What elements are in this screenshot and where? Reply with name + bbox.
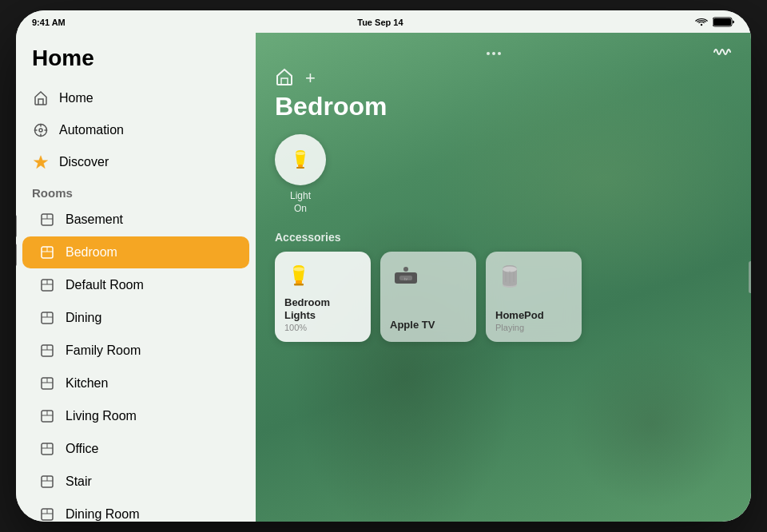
room-item-office[interactable]: Office (22, 433, 249, 465)
panel-add-button[interactable]: + (305, 68, 316, 89)
light-label: Light On (290, 190, 311, 215)
ipad-device: 9:41 AM Tue Sep 14 (16, 10, 751, 522)
room-title: Bedroom (275, 92, 732, 121)
svg-rect-17 (296, 167, 304, 169)
more-options-button[interactable] (487, 52, 501, 55)
discover-icon (32, 153, 50, 171)
nav-home-label: Home (59, 91, 93, 105)
room-label-dining: Dining (66, 311, 101, 325)
dot2 (492, 52, 495, 55)
room-item-default[interactable]: Default Room (22, 269, 249, 301)
room-icon-basement (38, 211, 56, 228)
volume-buttons (16, 215, 17, 266)
accessory-info-lights: Bedroom Lights 100% (284, 296, 361, 332)
right-panel-inner: + Bedroom (256, 33, 751, 522)
accessory-card-bedroom-lights[interactable]: Bedroom Lights 100% (275, 252, 371, 342)
svg-rect-20 (294, 284, 304, 286)
accessories-section-label: Accessories (275, 231, 732, 244)
svg-point-18 (296, 152, 305, 155)
accessory-icon-apple-tv: tv (390, 261, 467, 293)
accessories-grid: Bedroom Lights 100% tv (275, 252, 732, 342)
sidebar-title: Home (16, 46, 256, 82)
room-item-living-room[interactable]: Living Room (22, 400, 249, 432)
svg-point-4 (39, 129, 42, 132)
volume-up-button[interactable] (16, 215, 17, 237)
accessory-card-apple-tv[interactable]: tv Apple TV (380, 252, 476, 342)
room-item-dining[interactable]: Dining (22, 302, 249, 334)
room-item-bedroom[interactable]: Bedroom (22, 236, 249, 268)
light-circle (275, 134, 326, 185)
room-icon-dining (38, 309, 56, 327)
nav-item-discover[interactable]: Discover (16, 146, 256, 178)
room-icon-default (38, 276, 56, 294)
room-icon-family-room (38, 342, 56, 359)
svg-rect-16 (298, 165, 303, 167)
room-label-default: Default Room (66, 278, 144, 292)
room-label-family-room: Family Room (66, 343, 141, 358)
accessory-info-apple-tv: Apple TV (390, 319, 467, 333)
room-label-stair: Stair (66, 474, 92, 489)
room-icon-office (38, 440, 56, 458)
rooms-label: Rooms (16, 178, 256, 203)
room-icon-living-room (38, 407, 56, 425)
room-label-kitchen: Kitchen (66, 376, 108, 391)
room-label-bedroom: Bedroom (66, 245, 117, 260)
nav-discover-label: Discover (59, 155, 109, 169)
room-label-dining-room: Dining Room (66, 507, 139, 522)
accessory-card-homepod[interactable]: HomePod Playing (486, 252, 582, 342)
room-label-living-room: Living Room (66, 409, 137, 423)
svg-rect-19 (296, 280, 302, 284)
room-nav-bar: + (275, 68, 732, 89)
accessory-info-homepod: HomePod Playing (495, 309, 572, 333)
room-icon-dining-room (38, 506, 56, 522)
room-label-basement: Basement (66, 212, 123, 227)
accessory-icon-homepod (495, 261, 572, 293)
nav-item-home[interactable]: Home (16, 82, 256, 114)
room-item-family-room[interactable]: Family Room (22, 335, 249, 367)
automation-icon (32, 121, 50, 139)
battery-icon (713, 17, 735, 29)
status-right (695, 17, 735, 29)
dot1 (487, 52, 490, 55)
svg-marker-5 (34, 156, 47, 169)
room-item-basement[interactable]: Basement (22, 204, 249, 236)
volume-down-button[interactable] (16, 244, 17, 266)
home-icon (32, 89, 50, 107)
room-icon-bedroom (38, 244, 56, 261)
room-item-kitchen[interactable]: Kitchen (22, 367, 249, 399)
svg-point-25 (403, 267, 408, 272)
light-widget[interactable]: Light On (275, 134, 326, 215)
nav-item-automation[interactable]: Automation (16, 114, 256, 146)
room-icon-kitchen (38, 375, 56, 392)
svg-text:tv: tv (404, 276, 407, 281)
room-label-office: Office (66, 442, 99, 456)
svg-point-21 (293, 268, 304, 272)
panel-top-bar (275, 44, 732, 63)
room-icon-stair (38, 473, 56, 490)
status-date: Tue Sep 14 (357, 18, 403, 27)
voice-control-button[interactable] (713, 44, 732, 63)
panel-home-button[interactable] (275, 68, 294, 89)
nav-automation-label: Automation (59, 123, 124, 137)
svg-rect-2 (713, 18, 731, 26)
svg-point-0 (701, 24, 702, 26)
main-content: Home Home (16, 33, 751, 522)
room-item-stair[interactable]: Stair (22, 466, 249, 498)
status-time: 9:41 AM (32, 18, 66, 27)
status-bar: 9:41 AM Tue Sep 14 (16, 10, 751, 33)
wifi-icon (695, 17, 708, 28)
room-item-dining-room[interactable]: Dining Room (22, 498, 249, 522)
dot3 (498, 52, 501, 55)
accessory-icon-lights (284, 261, 361, 293)
right-panel: + Bedroom (256, 33, 751, 522)
sidebar: Home Home (16, 33, 256, 522)
